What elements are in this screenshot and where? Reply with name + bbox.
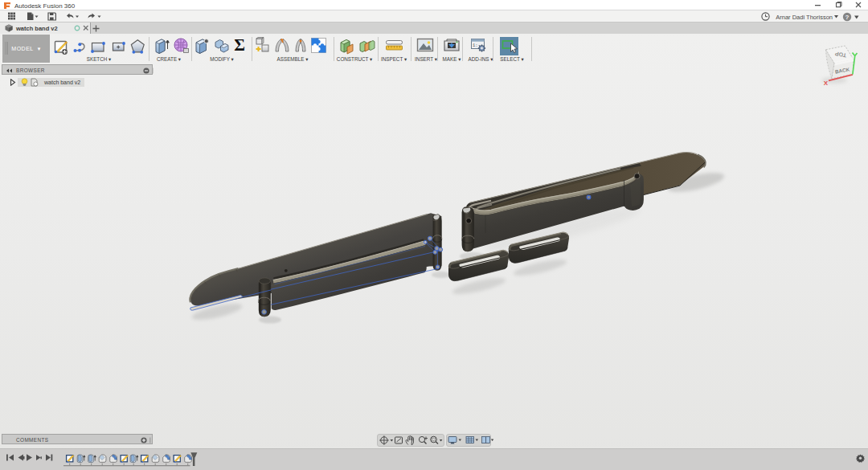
svg-text:X: X bbox=[824, 80, 829, 87]
svg-text:?: ? bbox=[845, 14, 850, 21]
svg-text:Σ: Σ bbox=[234, 35, 245, 55]
